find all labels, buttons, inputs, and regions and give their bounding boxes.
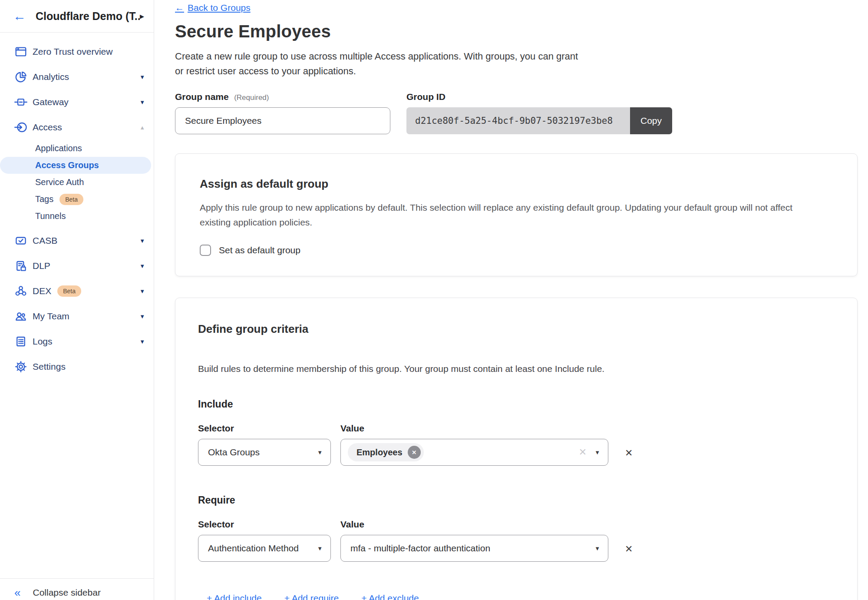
- chevron-down-icon: ▼: [139, 338, 145, 345]
- sidebar-item-label: DEX: [33, 286, 51, 296]
- beta-badge: Beta: [57, 285, 81, 297]
- include-selector-column: Selector Okta Groups ▼: [198, 423, 331, 466]
- copy-button[interactable]: Copy: [630, 107, 672, 134]
- require-value-text: mfa - multiple-factor authentication: [350, 543, 490, 554]
- caret-right-icon[interactable]: ▶: [140, 13, 144, 20]
- group-id-value: d21ce80f-5a25-4bcf-9b07-5032197e3be8: [406, 107, 630, 134]
- sidebar-item-service-auth[interactable]: Service Auth: [0, 174, 151, 191]
- sidebar-item-access-groups[interactable]: Access Groups: [0, 157, 151, 174]
- group-id-block: Group ID d21ce80f-5a25-4bcf-9b07-5032197…: [406, 92, 672, 134]
- assign-default-group-card: Assign as default group Apply this rule …: [175, 153, 858, 276]
- required-hint: (Required): [234, 93, 269, 102]
- sidebar-item-label: CASB: [33, 235, 57, 246]
- sidebar-item-dlp[interactable]: DLP ▼: [0, 253, 154, 278]
- sidebar-item-label: Tags: [35, 194, 53, 204]
- add-require-link[interactable]: + Add require: [284, 593, 339, 600]
- include-rule-row: Selector Okta Groups ▼ Value Employees ✕…: [198, 423, 835, 466]
- sidebar-item-tunnels[interactable]: Tunnels: [0, 208, 151, 225]
- include-selector-dropdown[interactable]: Okta Groups ▼: [198, 439, 331, 466]
- sidebar-item-label: Service Auth: [35, 177, 84, 187]
- value-label: Value: [340, 519, 608, 530]
- require-rule-row: Selector Authentication Method ▼ Value m…: [198, 519, 835, 562]
- group-id-row: d21ce80f-5a25-4bcf-9b07-5032197e3be8 Cop…: [406, 107, 672, 134]
- page-description: Create a new rule group to use across mu…: [175, 49, 858, 79]
- define-group-criteria-title: Define group criteria: [198, 322, 835, 336]
- back-to-groups-link[interactable]: ← Back to Groups: [175, 3, 251, 13]
- sidebar-item-logs[interactable]: Logs ▼: [0, 329, 154, 354]
- sidebar-item-analytics[interactable]: Analytics ▼: [0, 64, 154, 90]
- sidebar: ← Cloudflare Demo (T... ▶ Zero Trust ove…: [0, 0, 154, 600]
- sidebar-item-settings[interactable]: Settings: [0, 354, 154, 379]
- collapse-sidebar-button[interactable]: « Collapse sidebar: [0, 578, 154, 600]
- sidebar-nav: Zero Trust overview Analytics ▼ Gateway …: [0, 33, 154, 379]
- chevron-down-icon: ▼: [139, 263, 145, 269]
- group-meta-row: Group name (Required) Group ID d21ce80f-…: [175, 92, 858, 134]
- define-group-criteria-description: Build rules to determine membership of t…: [198, 364, 835, 374]
- set-default-group-checkbox[interactable]: [200, 245, 211, 256]
- description-line-1: Create a new rule group to use across mu…: [175, 49, 858, 64]
- sidebar-item-access[interactable]: Access ▲: [0, 115, 154, 140]
- back-arrow-icon: ←: [175, 3, 184, 13]
- chip-label: Employees: [356, 448, 403, 457]
- network-nodes-icon: [14, 285, 27, 298]
- sidebar-item-casb[interactable]: CASB ▼: [0, 228, 154, 253]
- selector-label: Selector: [198, 423, 331, 434]
- document-lock-icon: [14, 259, 27, 272]
- sidebar-item-my-team[interactable]: My Team ▼: [0, 304, 154, 329]
- sidebar-item-label: Gateway: [33, 97, 69, 107]
- assign-default-group-title: Assign as default group: [200, 177, 833, 191]
- sidebar-item-tags[interactable]: Tags Beta: [0, 191, 151, 208]
- group-id-label: Group ID: [406, 92, 446, 102]
- require-value-column: Value mfa - multiple-factor authenticati…: [340, 519, 608, 562]
- collapse-sidebar-label: Collapse sidebar: [33, 587, 100, 598]
- chevron-down-icon: ▼: [139, 238, 145, 244]
- remove-require-rule-button[interactable]: ✕: [625, 544, 633, 554]
- set-default-group-row: Set as default group: [200, 245, 833, 256]
- beta-badge: Beta: [59, 194, 83, 205]
- sidebar-item-label: My Team: [33, 311, 69, 322]
- sidebar-item-zero-trust-overview[interactable]: Zero Trust overview: [0, 39, 154, 64]
- chevron-down-icon: ▼: [317, 545, 323, 552]
- chip-remove-icon[interactable]: ✕: [408, 446, 421, 459]
- include-value-multiselect[interactable]: Employees ✕ ✕ ▼: [340, 439, 608, 466]
- sidebar-item-applications[interactable]: Applications: [0, 140, 151, 157]
- assign-default-group-description: Apply this rule group to new application…: [200, 200, 821, 230]
- sidebar-header: ← Cloudflare Demo (T... ▶: [0, 0, 154, 33]
- back-arrow-icon[interactable]: ←: [13, 10, 26, 23]
- require-selector-dropdown[interactable]: Authentication Method ▼: [198, 535, 331, 562]
- back-link-label: Back to Groups: [188, 3, 251, 13]
- chevron-down-icon: ▼: [139, 74, 145, 80]
- require-selector-value: Authentication Method: [208, 543, 299, 554]
- account-title: Cloudflare Demo (T...: [36, 10, 140, 23]
- chevron-down-icon: ▼: [139, 313, 145, 320]
- sidebar-item-gateway[interactable]: Gateway ▼: [0, 90, 154, 115]
- add-include-link[interactable]: + Add include: [207, 593, 262, 600]
- access-login-icon: [14, 121, 27, 134]
- include-heading: Include: [198, 398, 835, 410]
- remove-include-rule-button[interactable]: ✕: [625, 448, 633, 458]
- log-list-icon: [14, 335, 27, 348]
- sidebar-item-label: Access: [33, 122, 62, 133]
- chevron-down-icon: ▼: [139, 288, 145, 295]
- group-name-input[interactable]: [175, 107, 390, 134]
- set-default-group-label: Set as default group: [219, 245, 300, 255]
- require-value-dropdown[interactable]: mfa - multiple-factor authentication ▼: [340, 535, 608, 562]
- value-label: Value: [340, 423, 608, 434]
- sidebar-item-label: Logs: [33, 336, 53, 347]
- page-title: Secure Employees: [175, 22, 858, 41]
- sidebar-item-label: Applications: [35, 143, 82, 153]
- sidebar-item-label: Settings: [33, 361, 66, 372]
- group-name-field-block: Group name (Required): [175, 92, 390, 134]
- sidebar-item-label: DLP: [33, 261, 50, 271]
- collapse-chevrons-icon: «: [14, 587, 20, 598]
- people-icon: [14, 310, 27, 323]
- group-name-label: Group name: [175, 92, 229, 102]
- selector-label: Selector: [198, 519, 331, 530]
- add-rule-actions: + Add include + Add require + Add exclud…: [207, 593, 835, 600]
- sidebar-item-dex[interactable]: DEX Beta ▼: [0, 278, 154, 304]
- chevron-down-icon: ▼: [594, 545, 600, 552]
- chevron-up-icon: ▲: [139, 124, 145, 131]
- clear-values-icon[interactable]: ✕: [579, 447, 587, 458]
- add-exclude-link[interactable]: + Add exclude: [361, 593, 419, 600]
- description-line-2: or restrict user access to your applicat…: [175, 64, 858, 79]
